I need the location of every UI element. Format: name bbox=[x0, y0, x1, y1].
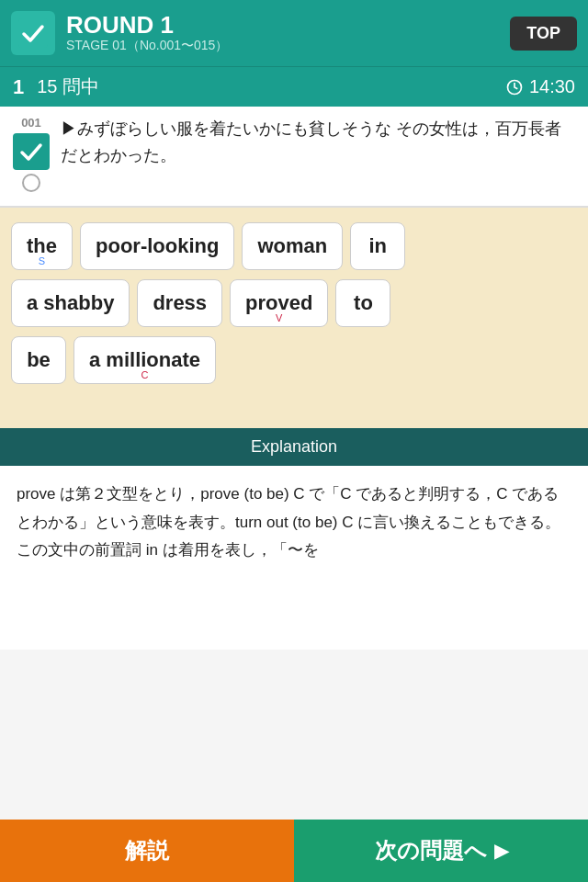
explanation-header: Explanation bbox=[0, 428, 588, 466]
progress-bar: 1 15 問中 14:30 bbox=[0, 66, 588, 107]
explanation-text: prove は第２文型をとり，prove (to be) C で「C であると判… bbox=[17, 485, 560, 559]
tile-dress[interactable]: dress bbox=[137, 279, 222, 327]
tile-a-shabby[interactable]: a shabby bbox=[11, 279, 130, 327]
tile-poor-looking[interactable]: poor-looking bbox=[80, 222, 234, 270]
tile-be[interactable]: be bbox=[11, 336, 66, 384]
tiles-row-1: the S poor-looking woman in bbox=[11, 222, 577, 270]
explanation-header-label: Explanation bbox=[251, 437, 337, 456]
top-button[interactable]: TOP bbox=[510, 17, 577, 51]
next-button-label: 次の問題へ bbox=[375, 836, 487, 865]
tile-a-millionate[interactable]: a millionate C bbox=[74, 336, 216, 384]
question-meta: 001 bbox=[13, 116, 50, 192]
answer-radio bbox=[22, 174, 40, 192]
tile-in[interactable]: in bbox=[350, 222, 405, 270]
timer-display: 14:30 bbox=[505, 76, 575, 97]
tiles-row-2: a shabby dress proved V to bbox=[11, 279, 577, 327]
current-question-num: 1 bbox=[13, 75, 24, 99]
answer-check-icon bbox=[13, 133, 50, 170]
next-arrow-icon: ▶ bbox=[494, 840, 508, 862]
explanation-button[interactable]: 解説 bbox=[0, 820, 294, 882]
tile-to[interactable]: to bbox=[335, 279, 390, 327]
next-question-button[interactable]: 次の問題へ ▶ bbox=[294, 820, 588, 882]
tiles-area: the S poor-looking woman in a shabby dre… bbox=[0, 208, 588, 428]
tile-millionate-label: C bbox=[74, 369, 215, 380]
tile-the-label: S bbox=[12, 255, 72, 266]
tiles-row-3: be a millionate C bbox=[11, 336, 577, 384]
tile-the[interactable]: the S bbox=[11, 222, 73, 270]
bottom-buttons: 解説 次の問題へ ▶ bbox=[0, 820, 588, 882]
question-area: 001 ▶みずぼらしい服を着たいかにも貧しそうな その女性は，百万長者だとわかっ… bbox=[0, 107, 588, 208]
app-header: ROUND 1 STAGE 01（No.001〜015） TOP bbox=[0, 0, 588, 66]
tile-proved-label: V bbox=[231, 312, 327, 323]
question-number: 001 bbox=[21, 116, 41, 130]
app-logo bbox=[11, 11, 55, 55]
question-text: ▶みずぼらしい服を着たいかにも貧しそうな その女性は，百万長者だとわかった。 bbox=[61, 116, 575, 169]
tile-proved[interactable]: proved V bbox=[230, 279, 328, 327]
round-title: ROUND 1 bbox=[66, 12, 510, 39]
timer-value: 14:30 bbox=[529, 76, 575, 97]
total-questions-label: 15 問中 bbox=[37, 74, 505, 99]
tile-woman[interactable]: woman bbox=[242, 222, 343, 270]
header-text-block: ROUND 1 STAGE 01（No.001〜015） bbox=[66, 12, 510, 55]
explanation-body: prove は第２文型をとり，prove (to be) C で「C であると判… bbox=[0, 466, 588, 650]
stage-subtitle: STAGE 01（No.001〜015） bbox=[66, 38, 510, 54]
